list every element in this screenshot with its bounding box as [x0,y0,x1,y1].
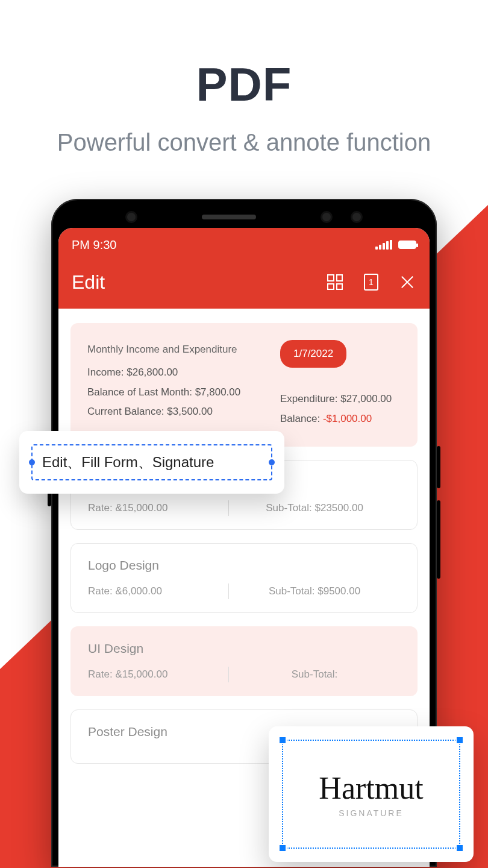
summary-card: Monthly Income and Expenditure Income: $… [70,323,418,447]
signature-script: Hartmut [319,770,423,806]
resize-handle-icon[interactable] [455,844,464,852]
grid-icon [327,274,343,290]
summary-row: Current Balance: $3,500.00 [87,402,268,421]
status-time: PM 9:30 [72,238,116,252]
summary-title: Monthly Income and Expenditure [87,340,268,359]
phone-notch [58,206,430,228]
camera-icon [127,213,136,221]
selection-handle-icon[interactable] [29,459,35,465]
app-bar: Edit 1 [58,262,430,309]
hero-subtitle: Powerful convert & annote function [0,129,488,156]
item-rate: Rate: &6,000.00 [88,585,228,597]
selection-handle-icon[interactable] [269,459,275,465]
text-selection-box[interactable]: Edit、Fill Form、Signature [31,444,272,480]
item-subtotal: Sub-Total: [229,668,400,681]
item-subtotal: Sub-Total: $9500.00 [229,585,400,597]
signature-selection-box[interactable]: Hartmut SIGNATURE [282,740,460,849]
resize-handle-icon[interactable] [455,736,464,744]
status-bar: PM 9:30 [58,228,430,262]
app-bar-title: Edit [72,271,105,294]
summary-row: Income: $26,800.00 [87,363,268,382]
signal-icon [375,240,392,250]
item-rate: Rate: &15,000.00 [88,502,228,514]
phone-side-button [437,446,440,488]
summary-row: Balance: -$1,000.00 [280,409,401,429]
item-name: UI Design [88,641,400,656]
summary-row: Expenditure: $27,000.00 [280,389,401,409]
signature-label: SIGNATURE [339,808,404,818]
grid-view-button[interactable] [326,273,344,291]
item-name: Logo Design [88,558,400,573]
item-subtotal: Sub-Total: $23500.00 [229,502,400,514]
resize-handle-icon[interactable] [278,844,287,852]
line-item-card-selected[interactable]: UI Design Rate: &15,000.00 Sub-Total: [70,626,418,696]
speaker-grille [202,215,256,219]
edit-text-overlay[interactable]: Edit、Fill Form、Signature [19,431,284,494]
signature-overlay[interactable]: Hartmut SIGNATURE [269,726,474,862]
summary-row: Balance of Last Month: $7,800.00 [87,383,268,402]
camera-icon [322,213,331,221]
battery-icon [398,241,416,249]
camera-icon [352,213,361,221]
item-rate: Rate: &15,000.00 [88,668,228,681]
date-pill[interactable]: 1/7/2022 [280,340,346,368]
phone-side-button [437,500,440,579]
hero-section: PDF Powerful convert & annote function [0,0,488,156]
document-area[interactable]: Monthly Income and Expenditure Income: $… [58,309,430,764]
close-icon [399,274,415,290]
page-indicator-button[interactable]: 1 [362,273,380,291]
resize-handle-icon[interactable] [278,736,287,744]
hero-title: PDF [0,57,488,112]
line-item-card: Logo Design Rate: &6,000.00 Sub-Total: $… [70,543,418,613]
page-icon: 1 [364,274,378,291]
edit-overlay-text: Edit、Fill Form、Signature [42,454,214,470]
close-button[interactable] [398,273,416,291]
